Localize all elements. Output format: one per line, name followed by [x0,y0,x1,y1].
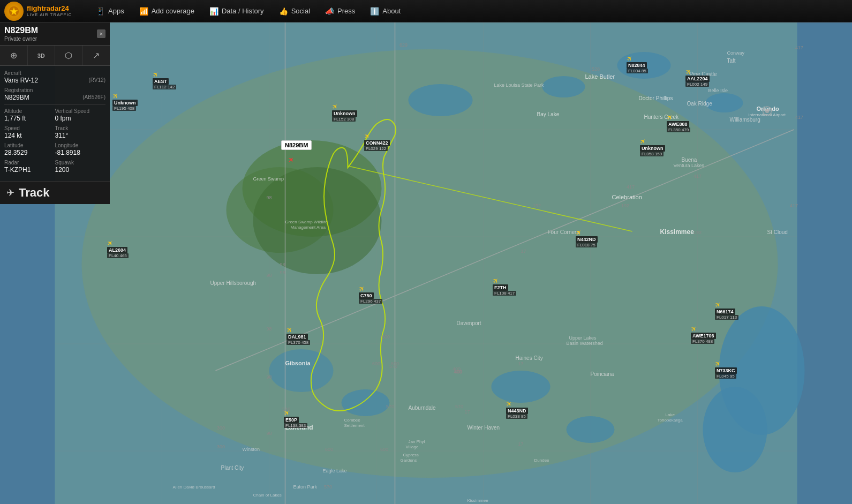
callsign-label: CONN422 [364,140,390,146]
altitude-label: Altitude [4,108,55,114]
fl-label: FL038 85 [506,414,527,419]
logo[interactable]: flightradar24 LIVE AIR TRAFFIC [0,0,88,22]
fl-label: FL058 159 [640,152,663,156]
fl-label: FL370 488 [691,339,714,344]
squawk-value: 1200 [55,166,106,174]
squawk-label: Squawk [55,160,106,166]
callsign-label: Unknown [332,110,357,117]
fl-label: FL108 417 [493,291,516,296]
apps-label: Apps [108,7,124,15]
fl-label: FL350 479 [667,127,690,132]
callsign-label: N66174 [715,309,735,315]
radar-value: T-KZPH1 [4,166,55,174]
toolbar-share2[interactable]: ↗ [83,46,110,65]
callsign-label: AAL2204 [685,76,710,82]
nav-coverage[interactable]: 📶 Add coverage [132,0,202,22]
panel-toolbar: ⊕ 3D ⬡ ↗ [0,46,110,66]
logo-subtitle: LIVE AIR TRAFFIC [27,12,72,17]
callsign-label: N733KC [715,367,737,374]
aircraft-owner: Private owner [4,36,38,42]
fl-label: FL029 122 [364,146,388,151]
aircraft-marker-E50P[interactable]: ✈E50PFL138 383 [284,409,307,428]
logo-text: flightradar24 LIVE AIR TRAFFIC [27,5,72,17]
aircraft-marker-N66174[interactable]: ✈N66174FL017 113 [715,301,738,320]
fl-label: FL002 149 [685,82,709,87]
speed-value: 124 kt [4,132,55,139]
radar-label: Radar [4,160,55,166]
aircraft-row: Aircraft Vans RV-12 (RV12) [4,70,105,84]
registration-label: Registration [4,87,82,93]
fl-label: FL045 95 [715,374,736,379]
aircraft-marker-DAL981[interactable]: ✈DAL981FL370 458 [286,326,310,345]
close-button[interactable]: × [97,29,105,38]
apps-icon: 📱 [96,7,105,16]
aircraft-marker-AAL2204[interactable]: ✈AAL2204FL002 149 [685,68,710,87]
aircraft-marker-AWE1706[interactable]: ✈AWE1706FL370 488 [691,325,716,344]
fl-label: FL195 408 [112,106,136,111]
radar-row: Radar T-KZPH1 Squawk 1200 [4,160,105,174]
aircraft-marker-C750[interactable]: ✈C750FL296 437 [359,285,382,304]
map[interactable]: Green Swamp Green Swamp Wildlife Managem… [0,22,852,504]
panel-header: N829BM Private owner × [0,22,110,46]
fl-label: FL017 113 [715,315,738,320]
aircraft-callsign: N829BM [4,26,38,35]
aircraft-marker-CONN422[interactable]: ✈CONN422FL029 122 [364,132,390,151]
aircraft-marker-Unknown3[interactable]: ✈UnknownFL058 159 [640,138,665,156]
plane-icon: ✈ [6,187,14,199]
longitude-value: -81.8918 [55,149,106,156]
aircraft-marker-N733KC[interactable]: ✈N733KCFL045 95 [715,360,737,379]
flight-info-panel: N829BM Private owner × ⊕ 3D ⬡ ↗ Aircraft… [0,22,110,204]
logo-name: flightradar24 [27,5,72,12]
aircraft-marker-Unknown2[interactable]: ✈UnknownFL152 308 [332,103,357,122]
longitude-label: Longitude [55,142,106,148]
coords-row: Latitude 28.3529 Longitude -81.8918 [4,142,105,156]
selected-aircraft-label: N829BM [281,140,312,150]
aircraft-label: Aircraft [4,70,89,76]
speed-col: Speed 124 kt [4,125,55,139]
aircraft-marker-AL2604[interactable]: ✈AL2604FL40 465 [107,239,129,258]
fl-label: FL018 75 [576,243,597,247]
callsign-label: Unknown [112,100,138,106]
top-navigation: flightradar24 LIVE AIR TRAFFIC 📱 Apps 📶 … [0,0,852,22]
aircraft-marker-AEST[interactable]: ✈AESTFL112 142 [153,71,176,89]
callsign-label: AL2604 [107,247,127,253]
nav-apps[interactable]: 📱 Apps [88,0,132,22]
fl-label: FL40 465 [107,253,129,258]
speed-row: Speed 124 kt Track 311° [4,125,105,139]
latitude-col: Latitude 28.3529 [4,142,55,156]
registration-value: N829BM [4,94,82,101]
callsign-label: DAL981 [286,334,308,340]
about-label: About [382,7,401,15]
aircraft-info-col: Aircraft Vans RV-12 [4,70,89,84]
latitude-label: Latitude [4,142,55,148]
registration-code: (AB526F) [82,94,105,101]
track-button[interactable]: ✈ Track [0,182,110,204]
nav-about[interactable]: ℹ️ About [363,0,408,22]
squawk-col: Squawk 1200 [55,160,106,174]
nav-social[interactable]: 👍 Social [272,0,318,22]
vspeed-value: 0 fpm [55,115,106,122]
callsign-label: C750 [359,292,374,299]
toolbar-share[interactable]: ⬡ [55,46,83,65]
aircraft-marker-N443ND[interactable]: ✈N443NDFL038 85 [506,400,528,419]
callsign-label: N82844 [627,62,647,69]
social-icon: 👍 [279,7,288,16]
callsign-label: AWE1706 [691,333,716,339]
logo-icon [4,2,24,21]
nav-history[interactable]: 📊 Data / History [202,0,272,22]
aircraft-marker-AWE888[interactable]: ✈AWE888FL350 479 [667,114,690,132]
nav-press[interactable]: 📣 Press [318,0,363,22]
social-label: Social [291,7,310,15]
altitude-col: Altitude 1,775 ft [4,108,55,122]
toolbar-move[interactable]: ⊕ [0,46,28,65]
aircraft-code: (RV12) [89,77,106,84]
fl-label: FL152 308 [332,117,356,122]
altitude-row: Altitude 1,775 ft Vertical Speed 0 fpm [4,108,105,122]
registration-row: Registration N829BM (AB526F) [4,87,105,101]
fl-label: FL138 383 [284,423,307,428]
aircraft-marker-Unknown1[interactable]: ✈UnknownFL195 408 [112,92,138,111]
aircraft-marker-F2TH[interactable]: ✈F2THFL108 417 [493,277,516,296]
aircraft-marker-N442ND[interactable]: ✈N442NDFL018 75 [576,229,598,247]
aircraft-marker-N82844[interactable]: ✈N82844FL004 85 [627,55,648,73]
toolbar-3d[interactable]: 3D [28,46,56,65]
